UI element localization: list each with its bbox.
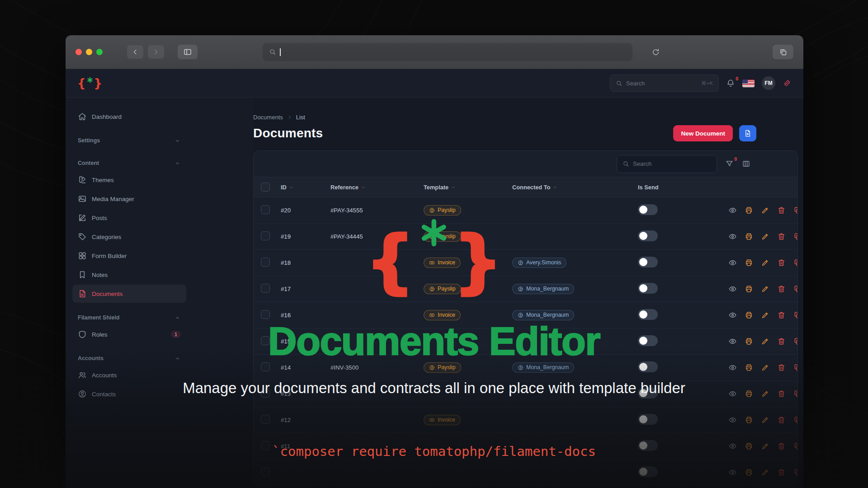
row-checkbox[interactable] bbox=[261, 205, 270, 214]
delete-action-button[interactable] bbox=[777, 258, 786, 267]
users-icon bbox=[78, 371, 87, 380]
tomatophp-logo[interactable]: { } bbox=[77, 77, 102, 89]
edit-action-button[interactable] bbox=[761, 416, 769, 424]
print-action-button[interactable] bbox=[745, 363, 753, 372]
column-header-reference[interactable]: Reference bbox=[330, 184, 424, 191]
minimize-window-button[interactable] bbox=[86, 49, 92, 55]
edit-action-button[interactable] bbox=[761, 468, 769, 477]
breadcrumb-root[interactable]: Documents bbox=[253, 114, 283, 121]
print-action-button[interactable] bbox=[745, 258, 753, 267]
replicate-action-button[interactable] bbox=[793, 363, 798, 372]
delete-action-button[interactable] bbox=[777, 468, 786, 477]
print-action-button[interactable] bbox=[745, 206, 753, 215]
sidebar-item-form-builder[interactable]: Form Builder bbox=[72, 247, 186, 265]
new-document-button[interactable]: New Document bbox=[673, 125, 733, 141]
delete-action-button[interactable] bbox=[777, 232, 786, 241]
edit-action-button[interactable] bbox=[761, 232, 769, 241]
table-search-input[interactable]: Search bbox=[617, 155, 717, 173]
replicate-action-button[interactable] bbox=[793, 232, 798, 241]
is-send-toggle[interactable] bbox=[638, 466, 658, 477]
edit-action-button[interactable] bbox=[761, 258, 769, 267]
sidebar-item-dashboard[interactable]: Dashboard bbox=[72, 108, 186, 126]
is-send-toggle[interactable] bbox=[638, 257, 658, 267]
sidebar-item-media-manager[interactable]: Media Manager bbox=[72, 190, 186, 208]
print-action-button[interactable] bbox=[745, 285, 753, 293]
sidebar-toggle-button[interactable] bbox=[178, 45, 198, 59]
column-header-connected-to[interactable]: Connected To bbox=[512, 184, 638, 191]
sidebar-item-documents[interactable]: Documents bbox=[72, 285, 186, 303]
user-avatar[interactable]: FM bbox=[762, 76, 775, 90]
is-send-toggle[interactable] bbox=[638, 204, 658, 215]
row-checkbox[interactable] bbox=[261, 231, 270, 240]
sidebar-item-label: Themes bbox=[92, 177, 114, 183]
column-header-id[interactable]: ID bbox=[281, 184, 330, 191]
edit-action-button[interactable] bbox=[761, 285, 769, 293]
replicate-action-button[interactable] bbox=[793, 468, 798, 477]
sidebar-item-posts[interactable]: Posts bbox=[72, 209, 186, 227]
delete-action-button[interactable] bbox=[777, 285, 786, 293]
row-checkbox[interactable] bbox=[261, 467, 270, 476]
toggle-columns-button[interactable] bbox=[742, 160, 750, 168]
notifications-button[interactable]: 0 bbox=[726, 79, 735, 88]
zoom-window-button[interactable] bbox=[96, 49, 103, 55]
link-icon[interactable] bbox=[783, 79, 792, 88]
view-action-button[interactable] bbox=[728, 363, 737, 372]
promo-title: Documents Editor bbox=[0, 318, 868, 364]
row-checkbox[interactable] bbox=[261, 284, 270, 293]
install-command: `composer require tomatophp/filament-doc… bbox=[0, 444, 868, 459]
back-button[interactable] bbox=[127, 45, 143, 59]
forward-button[interactable] bbox=[148, 45, 164, 59]
close-window-button[interactable] bbox=[75, 49, 82, 55]
print-action-button[interactable] bbox=[745, 232, 753, 241]
is-send-toggle[interactable] bbox=[638, 230, 658, 241]
print-action-button[interactable] bbox=[745, 416, 753, 424]
view-action-button[interactable] bbox=[728, 232, 737, 241]
is-send-toggle[interactable] bbox=[638, 414, 658, 425]
page-title: Documents bbox=[253, 126, 323, 141]
address-bar[interactable] bbox=[263, 43, 632, 61]
row-checkbox[interactable] bbox=[261, 310, 270, 319]
sidebar-group-content[interactable]: Content bbox=[72, 155, 186, 171]
sidebar-item-categories[interactable]: Categories bbox=[72, 228, 186, 246]
delete-action-button[interactable] bbox=[777, 416, 786, 424]
toggle-knob bbox=[639, 258, 647, 266]
row-checkbox[interactable] bbox=[261, 258, 270, 267]
sidebar-item-themes[interactable]: Themes bbox=[72, 171, 186, 189]
reload-button[interactable] bbox=[647, 45, 664, 59]
sidebar-group-settings[interactable]: Settings bbox=[72, 133, 186, 148]
replicate-action-button[interactable] bbox=[793, 285, 798, 293]
cell-id: #14 bbox=[281, 364, 330, 371]
replicate-action-button[interactable] bbox=[793, 258, 798, 267]
view-action-button[interactable] bbox=[728, 258, 737, 267]
filter-button[interactable]: 0 bbox=[725, 160, 734, 168]
replicate-action-button[interactable] bbox=[793, 416, 798, 424]
is-send-toggle[interactable] bbox=[638, 283, 658, 294]
view-action-button[interactable] bbox=[728, 416, 737, 424]
row-checkbox[interactable] bbox=[261, 415, 270, 424]
view-action-button[interactable] bbox=[728, 285, 737, 293]
search-icon bbox=[616, 80, 623, 87]
user-circle-icon bbox=[518, 312, 524, 318]
sidebar-item-notes[interactable]: Notes bbox=[72, 266, 186, 284]
tab-overview-button[interactable] bbox=[773, 45, 793, 59]
print-action-button[interactable] bbox=[745, 468, 753, 477]
edit-action-button[interactable] bbox=[761, 206, 769, 215]
sidebar-item-label: Posts bbox=[92, 215, 107, 221]
sidebar: DashboardSettingsContentThemesMedia Mana… bbox=[66, 98, 253, 488]
language-flag-us[interactable] bbox=[742, 80, 755, 87]
delete-action-button[interactable] bbox=[777, 206, 786, 215]
view-action-button[interactable] bbox=[728, 206, 737, 215]
select-all-checkbox[interactable] bbox=[261, 183, 270, 192]
global-search-input[interactable]: Search ⌘+K bbox=[610, 75, 719, 92]
home-icon bbox=[78, 112, 87, 121]
edit-action-button[interactable] bbox=[761, 363, 769, 372]
view-action-button[interactable] bbox=[728, 468, 737, 477]
column-header-template[interactable]: Template bbox=[424, 184, 512, 191]
replicate-action-button[interactable] bbox=[793, 206, 798, 215]
document-templates-button[interactable] bbox=[739, 125, 756, 141]
cell-reference: #INV-3500 bbox=[330, 364, 424, 371]
search-icon bbox=[623, 160, 629, 167]
sidebar-panel-icon bbox=[183, 47, 192, 56]
delete-action-button[interactable] bbox=[777, 363, 786, 372]
toggle-knob bbox=[639, 415, 647, 423]
